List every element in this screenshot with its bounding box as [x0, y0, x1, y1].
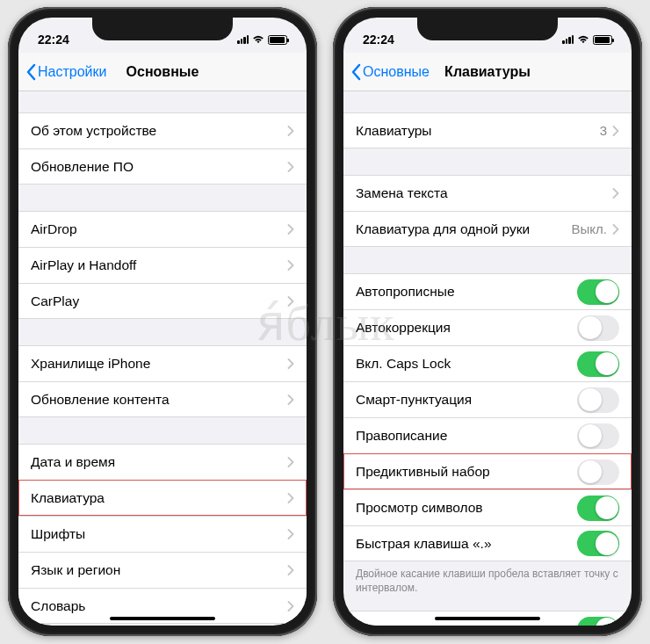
row-label: Автокоррекция [356, 320, 577, 336]
status-time: 22:24 [38, 33, 69, 47]
chevron-left-icon [25, 63, 36, 81]
row-label: Просмотр символов [356, 500, 577, 516]
chevron-right-icon [287, 358, 294, 369]
chevron-right-icon [287, 529, 294, 539]
chevron-right-icon [287, 126, 294, 136]
row-label: Язык и регион [31, 562, 287, 578]
chevron-right-icon [612, 224, 619, 235]
auto-correction-toggle-row: Автокоррекция [343, 309, 632, 345]
chevron-right-icon [287, 162, 294, 172]
signal-icon [562, 35, 574, 44]
smart-punctuation-toggle-row: Смарт-пунктуация [343, 381, 632, 417]
period-shortcut-toggle[interactable] [577, 531, 619, 556]
row-label: Обновление контента [31, 392, 287, 408]
period-shortcut-toggle-row: Быстрая клавиша «.» [343, 525, 632, 561]
enable-dictation-toggle[interactable] [577, 617, 619, 626]
phone-left: 22:24 Настройки Основные Об этом устройс… [8, 7, 317, 636]
carplay-row[interactable]: CarPlay [18, 283, 307, 319]
auto-correction-toggle[interactable] [577, 315, 619, 341]
nav-bar: Основные Клавиатуры [343, 53, 632, 91]
row-label: Клавиатура [31, 490, 287, 506]
auto-capitalize-toggle-row: Автопрописные [343, 273, 632, 309]
software-update-row[interactable]: Обновление ПО [18, 148, 307, 185]
row-label: Вкл. Caps Lock [356, 356, 577, 372]
chevron-right-icon [612, 188, 619, 199]
predictive-toggle-row: Предиктивный набор [343, 453, 632, 489]
wifi-icon [577, 35, 589, 44]
auto-capitalize-toggle[interactable] [577, 279, 619, 305]
chevron-right-icon [287, 601, 294, 611]
notch [417, 18, 558, 40]
row-label: Об этом устройстве [31, 123, 287, 139]
caps-lock-toggle[interactable] [577, 351, 619, 377]
chevron-right-icon [287, 260, 294, 271]
settings-content[interactable]: Об этом устройствеОбновление ПО AirDropA… [18, 91, 307, 626]
settings-content[interactable]: Клавиатуры3 Замена текстаКлавиатура для … [343, 91, 632, 626]
row-label: Предиктивный набор [356, 464, 577, 480]
row-label: AirPlay и Handoff [31, 257, 287, 273]
signal-icon [237, 35, 249, 44]
chevron-right-icon [612, 126, 619, 136]
row-label: Правописание [356, 428, 577, 444]
text-replacement-row[interactable]: Замена текста [343, 175, 632, 211]
spell-check-toggle[interactable] [577, 423, 619, 449]
nav-bar: Настройки Основные [18, 53, 307, 91]
back-button[interactable]: Основные [350, 63, 430, 81]
footer-text: Двойное касание клавиши пробела вставляе… [343, 561, 632, 595]
row-label: Замена текста [356, 185, 612, 201]
wifi-icon [252, 35, 264, 44]
home-indicator[interactable] [435, 617, 540, 621]
caps-lock-toggle-row: Вкл. Caps Lock [343, 345, 632, 381]
keyboards-row[interactable]: Клавиатуры3 [343, 112, 632, 148]
smart-punctuation-toggle[interactable] [577, 387, 619, 413]
chevron-right-icon [287, 394, 294, 405]
row-label: Смарт-пунктуация [356, 392, 577, 408]
chevron-right-icon [287, 493, 294, 503]
battery-icon [593, 35, 612, 45]
row-label: Словарь [31, 598, 287, 614]
language-region-row[interactable]: Язык и регион [18, 552, 307, 588]
back-button[interactable]: Настройки [25, 63, 106, 81]
row-label: CarPlay [31, 293, 287, 309]
airdrop-row[interactable]: AirDrop [18, 211, 307, 247]
storage-row[interactable]: Хранилище iPhone [18, 345, 307, 381]
airplay-row[interactable]: AirPlay и Handoff [18, 247, 307, 283]
one-handed-row[interactable]: Клавиатура для одной рукиВыкл. [343, 211, 632, 247]
row-value: Выкл. [572, 221, 607, 236]
row-label: Обновление ПО [31, 159, 287, 175]
row-label: Хранилище iPhone [31, 356, 287, 372]
spell-check-toggle-row: Правописание [343, 417, 632, 453]
chevron-right-icon [287, 457, 294, 467]
predictive-toggle[interactable] [577, 459, 619, 485]
chevron-left-icon [350, 63, 361, 81]
chevron-right-icon [287, 565, 294, 575]
phone-right: 22:24 Основные Клавиатуры Клавиатуры3 За… [333, 7, 642, 636]
status-time: 22:24 [363, 33, 394, 47]
fonts-row[interactable]: Шрифты [18, 516, 307, 552]
notch [92, 18, 233, 40]
row-label: Дата и время [31, 454, 287, 470]
chevron-right-icon [287, 296, 294, 307]
datetime-row[interactable]: Дата и время [18, 444, 307, 480]
about-row[interactable]: Об этом устройстве [18, 112, 307, 148]
home-indicator[interactable] [110, 617, 215, 621]
row-label: AirDrop [31, 221, 287, 237]
background-refresh-row[interactable]: Обновление контента [18, 381, 307, 417]
row-label: Быстрая клавиша «.» [356, 536, 577, 552]
row-label: Шрифты [31, 526, 287, 542]
character-preview-toggle[interactable] [577, 496, 619, 521]
row-label: Автопрописные [356, 284, 577, 300]
row-label: Клавиатуры [356, 123, 600, 139]
character-preview-toggle-row: Просмотр символов [343, 489, 632, 525]
row-value: 3 [600, 123, 607, 138]
keyboard-row[interactable]: Клавиатура [18, 480, 307, 516]
battery-icon [268, 35, 287, 45]
row-label: Включение диктовки [356, 621, 577, 626]
row-label: Клавиатура для одной руки [356, 221, 572, 237]
chevron-right-icon [287, 224, 294, 235]
